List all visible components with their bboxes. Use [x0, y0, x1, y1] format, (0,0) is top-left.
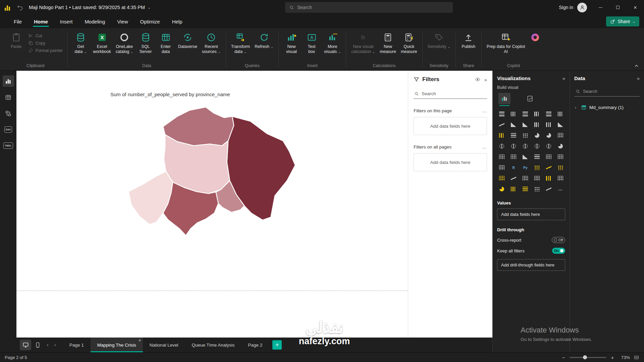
new-visual-calculation-button[interactable]: New visual calculation⌄	[349, 30, 377, 55]
dax-query-view-button[interactable]: DAX	[3, 124, 14, 135]
tmdl-view-button[interactable]: TMDL	[3, 140, 14, 151]
visual-python-visual-icon[interactable]: Py	[521, 163, 530, 172]
filters-all-dropzone[interactable]: Add data fields here	[414, 153, 487, 171]
visual-100-stacked-column-chart-icon[interactable]	[555, 110, 565, 118]
desktop-view-button[interactable]	[20, 340, 31, 350]
next-page-arrow[interactable]: ›	[51, 342, 59, 348]
new-visual-button[interactable]: New visual	[281, 30, 302, 55]
visual-stacked-column-chart-icon[interactable]	[509, 110, 519, 118]
visual-custom-visual-4-icon[interactable]	[521, 185, 530, 193]
visual-slicer-icon[interactable]	[532, 153, 542, 161]
visual-power-apps-icon[interactable]	[532, 174, 542, 182]
recent-sources-button[interactable]: Recent sources⌄	[200, 30, 223, 55]
excel-workbook-button[interactable]: Excel workbook	[91, 30, 113, 55]
dataverse-button[interactable]: Dataverse	[176, 30, 200, 50]
zoom-slider-thumb[interactable]	[583, 355, 587, 359]
visual-kpi-icon[interactable]	[521, 153, 530, 161]
visual-stacked-area-chart-icon[interactable]	[521, 120, 530, 129]
mobile-view-button[interactable]	[32, 340, 43, 350]
transform-data-button[interactable]: Transform data⌄	[229, 30, 253, 55]
publish-button[interactable]: Publish	[459, 30, 479, 50]
copilot-button[interactable]	[527, 30, 543, 43]
visual-table-icon[interactable]	[555, 153, 565, 161]
visual-paginated-report-icon[interactable]	[521, 174, 530, 182]
visual-smart-narrative-icon[interactable]	[497, 174, 507, 182]
data-search-input[interactable]	[583, 89, 638, 94]
sign-in-link[interactable]: Sign in	[559, 5, 573, 10]
more-visuals-button[interactable]: More visuals⌄	[322, 30, 343, 55]
visual-custom-visual-2-icon[interactable]	[497, 185, 507, 193]
close-tab-icon[interactable]: ✕	[138, 339, 141, 342]
quick-measure-button[interactable]: Quick measure	[398, 30, 420, 55]
filled-map-visual[interactable]	[126, 104, 297, 238]
document-title[interactable]: Maji Ndogo Part 1 • Last saved: 9/29/202…	[29, 5, 151, 10]
menu-item-view[interactable]: View	[117, 16, 128, 27]
close-button[interactable]: ✕	[627, 0, 644, 15]
menu-item-modeling[interactable]: Modeling	[84, 16, 105, 27]
page-tab-page-1[interactable]: Page 1	[63, 338, 91, 352]
copy-button[interactable]: Copy	[26, 40, 65, 46]
zoom-in-button[interactable]: +	[610, 355, 615, 360]
format-painter-button[interactable]: Format painter	[26, 47, 65, 54]
visual-card-icon[interactable]	[497, 153, 507, 161]
page-tab-page-2[interactable]: Page 2	[241, 338, 269, 352]
zoom-slider[interactable]	[570, 357, 606, 358]
page-tab-mapping-the-crisis[interactable]: Mapping The Crisis✕	[91, 338, 143, 352]
visual-100-stacked-bar-chart-icon[interactable]	[544, 110, 553, 118]
search-input[interactable]	[297, 5, 449, 10]
fit-to-page-icon[interactable]	[634, 355, 639, 360]
visual-waterfall-chart-icon[interactable]	[497, 131, 507, 139]
build-visual-tab[interactable]	[498, 93, 511, 104]
visual-line-and-clustered-column-chart-icon[interactable]	[544, 120, 553, 129]
more-options-icon[interactable]: …	[482, 144, 487, 149]
prep-data-for-copilot-ai-button[interactable]: Prep data for Copilot AI	[484, 30, 528, 55]
visual-line-and-stacked-column-chart-icon[interactable]	[532, 120, 542, 129]
enter-data-button[interactable]: Enter data	[156, 30, 176, 55]
data-search[interactable]	[574, 86, 640, 97]
visual-clustered-column-chart-icon[interactable]	[532, 110, 542, 118]
visual-gauge-icon[interactable]	[555, 142, 565, 150]
visual-custom-visual-6-icon[interactable]	[544, 185, 553, 193]
menu-item-insert[interactable]: Insert	[60, 16, 73, 27]
global-search[interactable]	[285, 2, 453, 13]
paste-button[interactable]: Paste	[6, 30, 26, 50]
undo-icon[interactable]	[17, 4, 23, 11]
refresh-button[interactable]: Refresh⌄	[252, 30, 276, 50]
model-view-button[interactable]	[3, 108, 14, 119]
table-view-button[interactable]	[3, 92, 14, 103]
visual-area-chart-icon[interactable]	[509, 120, 519, 129]
visual-arcgis-map-icon[interactable]	[544, 142, 553, 150]
visual-azure-map-icon[interactable]	[532, 142, 542, 150]
report-canvas[interactable]: Sum of number_of_people_served by provin…	[16, 71, 408, 338]
filters-search-input[interactable]	[422, 91, 486, 96]
minimize-button[interactable]	[592, 0, 609, 15]
share-button[interactable]: Share ⌄	[606, 16, 639, 26]
visual-clustered-bar-chart-icon[interactable]	[521, 110, 530, 118]
visual-button-slicer-icon[interactable]	[544, 153, 553, 161]
visual-multi-row-card-icon[interactable]	[509, 153, 519, 161]
keep-all-filters-toggle[interactable]: On	[552, 248, 565, 254]
filters-page-dropzone[interactable]: Add data fields here	[414, 117, 487, 135]
new-measure-button[interactable]: New measure	[377, 30, 398, 55]
collapse-data-pane-icon[interactable]: »	[637, 75, 640, 81]
maximize-button[interactable]	[609, 0, 627, 15]
drill-through-dropzone[interactable]: Add drill-through fields here	[497, 259, 565, 271]
visual-scatter-chart-icon[interactable]	[521, 131, 530, 139]
visual-key-influencers-icon[interactable]	[532, 163, 542, 172]
avatar[interactable]	[577, 3, 587, 12]
text-box-button[interactable]: Text box	[302, 30, 322, 55]
visual-custom-visual-1-icon[interactable]	[555, 174, 565, 182]
previous-page-arrow[interactable]: ‹	[44, 342, 51, 348]
visual-treemap-icon[interactable]	[555, 131, 565, 139]
data-table-item[interactable]: › Md_summary (1)	[574, 103, 640, 112]
cross-report-toggle[interactable]: Off	[552, 237, 565, 243]
collapse-visualizations-icon[interactable]: »	[562, 75, 565, 81]
visual-funnel-chart-icon[interactable]	[509, 131, 519, 139]
visual-power-automate-icon[interactable]	[544, 174, 553, 182]
visual-map-icon[interactable]	[497, 142, 507, 150]
format-visual-tab[interactable]	[524, 93, 536, 104]
visual-donut-chart-icon[interactable]	[544, 131, 553, 139]
visual-metrics-icon[interactable]	[509, 174, 519, 182]
visual-matrix-icon[interactable]	[497, 163, 507, 172]
visual-shape-map-icon[interactable]	[521, 142, 530, 150]
